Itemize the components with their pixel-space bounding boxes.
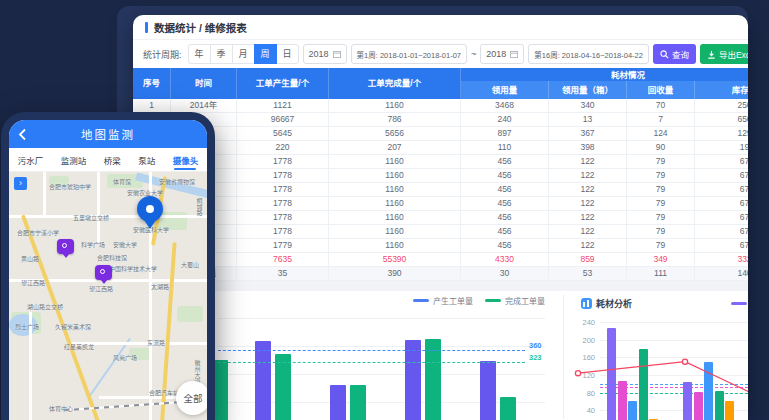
table-cell: 349 — [627, 253, 695, 267]
table-cell: 124 — [627, 127, 695, 141]
table-cell: 111 — [627, 267, 695, 281]
back-chevron-icon — [18, 128, 27, 141]
calendar-icon — [333, 50, 341, 58]
range-separator: ~ — [471, 49, 476, 59]
tab-摄像头[interactable]: 摄像头 — [173, 150, 199, 170]
export-button-label: 导出Excel — [719, 48, 748, 60]
table-cell: 1160 — [329, 169, 461, 183]
table-cell: 67 — [695, 155, 748, 169]
table-cell: 67 — [695, 169, 748, 183]
table-row: 356455656897367124129 — [133, 127, 748, 141]
phone-tabs: 污水厂监测站桥梁泵站摄像头 — [9, 148, 207, 172]
table-cell: 367 — [549, 127, 627, 141]
bar-产生工单量 — [255, 341, 271, 420]
table-cell: 456 — [461, 183, 549, 197]
camera-lens-icon — [62, 243, 67, 248]
table-cell: 1778 — [237, 197, 329, 211]
breadcrumb: 数据统计 / 维修报表 — [133, 15, 748, 40]
table-cell: 456 — [461, 197, 549, 211]
legend-item: 产生工单量 — [413, 295, 473, 306]
sub-header-row: 领用量领用量（箱）回收量库存量 — [461, 81, 748, 99]
table-cell: 67 — [695, 225, 748, 239]
map[interactable]: 合肥市琥珀中学体育馆安徽农业大学安徽省博物馆桐城路五里墩立交桥合肥市宁溪小学安徽… — [9, 172, 207, 420]
bar-产生工单量 — [330, 385, 346, 420]
table-cell: 13 — [549, 113, 627, 127]
query-button[interactable]: 查询 — [653, 44, 696, 64]
map-park — [177, 306, 203, 322]
map-label: 中国科学技术大学 — [109, 264, 157, 273]
start-year-select[interactable]: 2018 — [303, 44, 347, 64]
report-table: 序号时间工单产生量/个工单完成量/个耗材情况领用量领用量（箱）回收量库存量120… — [133, 68, 748, 281]
table-cell: 30 — [461, 267, 549, 281]
map-label: 合肥市宁溪小学 — [17, 228, 59, 237]
map-label: 合肥科技馆 — [97, 253, 127, 262]
period-label: 统计周期: — [143, 48, 182, 61]
table-cell: 79 — [627, 197, 695, 211]
period-option-日[interactable]: 日 — [276, 44, 299, 64]
map-road — [97, 172, 100, 242]
legend-swatch — [485, 299, 501, 302]
table-row: 296667786240137650 — [133, 113, 748, 127]
export-excel-button[interactable]: 导出Excel — [700, 44, 748, 64]
table-cell: 79 — [627, 183, 695, 197]
query-button-label: 查询 — [672, 48, 689, 60]
table-cell: 897 — [461, 127, 549, 141]
start-week-range[interactable]: 第1周: 2018-01-01~2018-01-07 — [351, 44, 467, 64]
table-cell: 456 — [461, 155, 549, 169]
table-cell: 67 — [695, 183, 748, 197]
table-cell: 122 — [549, 211, 627, 225]
right-chart-title: 耗材分析 — [581, 297, 632, 310]
table-row: 6177811604561227967 — [133, 169, 748, 183]
table-cell: 19 — [695, 141, 748, 155]
column-header: 时间 — [171, 68, 237, 99]
map-label: 安徽大学 — [113, 240, 137, 249]
table-row: 5177811604561227967 — [133, 155, 748, 169]
table-cell: 1160 — [329, 99, 461, 113]
bar-chart-icon — [581, 298, 592, 309]
map-label: 体育馆 — [113, 177, 131, 186]
right-chart-title-text: 耗材分析 — [596, 297, 632, 310]
tab-泵站[interactable]: 泵站 — [138, 150, 155, 170]
table-cell: 5645 — [237, 127, 329, 141]
legend-label: 产生工单量 — [433, 295, 473, 306]
calendar-icon — [510, 50, 518, 58]
reference-line — [218, 362, 525, 363]
all-button[interactable]: 全部 — [176, 381, 207, 415]
table-cell: 1160 — [329, 197, 461, 211]
camera-marker[interactable] — [95, 265, 112, 280]
period-option-月[interactable]: 月 — [232, 44, 255, 64]
column-header: 序号 — [133, 68, 171, 99]
table-cell: 129 — [695, 127, 748, 141]
period-option-季[interactable]: 季 — [210, 44, 233, 64]
tab-监测站[interactable]: 监测站 — [61, 150, 87, 170]
end-week-range[interactable]: 第16周: 2018-04-16~2018-04-22 — [528, 44, 649, 64]
table-cell: 786 — [329, 113, 461, 127]
period-option-年[interactable]: 年 — [188, 44, 211, 64]
expand-button[interactable]: › — [14, 177, 27, 190]
back-button[interactable] — [18, 127, 27, 145]
tab-桥梁[interactable]: 桥梁 — [104, 150, 121, 170]
end-year-select[interactable]: 2018 — [480, 44, 524, 64]
map-label: 红星美凯龙 — [64, 342, 94, 351]
camera-marker[interactable] — [57, 239, 74, 254]
tab-污水厂[interactable]: 污水厂 — [18, 150, 44, 170]
search-icon — [660, 50, 669, 59]
period-option-周[interactable]: 周 — [254, 44, 277, 64]
table-cell: 1778 — [237, 225, 329, 239]
group-header-wrap: 耗材情况领用量领用量（箱）回收量库存量 — [461, 68, 748, 99]
start-week-text: 第1周: 2018-01-01~2018-01-07 — [357, 49, 461, 60]
table-cell: 67 — [695, 211, 748, 225]
camera-lens-icon — [100, 269, 105, 274]
table-row: 42202071103989019 — [133, 141, 748, 155]
line-point — [682, 359, 687, 364]
table-cell: 1160 — [329, 155, 461, 169]
table-row: 8177811604561227967 — [133, 197, 748, 211]
selected-pin-marker[interactable] — [137, 196, 163, 222]
table-cell: 456 — [461, 239, 549, 253]
table-average-row: 平均值353903053111140 — [133, 267, 748, 281]
bar-完成工单量 — [500, 397, 516, 420]
table-cell: 390 — [329, 267, 461, 281]
section-divider — [133, 281, 748, 291]
end-week-text: 第16周: 2018-04-16~2018-04-22 — [534, 49, 643, 60]
table-cell: 96667 — [237, 113, 329, 127]
